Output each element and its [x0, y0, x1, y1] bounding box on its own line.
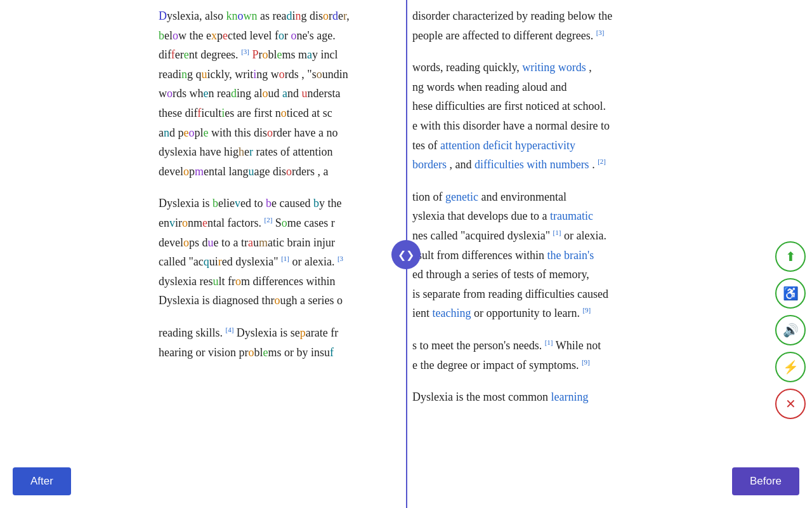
left-p2-text-5: dyslexia result from differences within — [159, 275, 336, 288]
right-paragraph-5: Dyslexia is the most common learning — [412, 387, 774, 407]
right-p2-line2: ng words when reading aloud and — [412, 81, 566, 93]
right-p3-line6: is separate from reading difficulties ca… — [412, 288, 608, 300]
before-button[interactable]: Before — [732, 467, 799, 495]
right-p3-line2: yslexia that develops due to a traumatic — [412, 210, 593, 222]
link-genetic[interactable]: genetic — [445, 190, 478, 203]
after-button[interactable]: After — [13, 467, 71, 495]
ref-9b-right: [9] — [582, 358, 590, 366]
right-p2-line1: words, reading quickly, writing words , — [412, 61, 592, 74]
ref-1-right: [1] — [553, 229, 561, 236]
right-p4-line1: s to meet the person's needs. [1] While … — [412, 339, 601, 352]
left-text-4: reading quickly, writing words , "soundi… — [159, 68, 348, 81]
left-text-content: Dyslexia, also known as reading disorder… — [159, 6, 393, 362]
left-p2-text-6: Dyslexia is diagnosed through a series o — [159, 294, 343, 307]
left-text-7: and people with this disorder have a no — [159, 126, 337, 139]
right-p2-line5: tes of attention deficit hyperactivity — [412, 139, 575, 152]
left-p2-text-4: called "acquired dyslexia" [1] or alexia… — [159, 255, 343, 268]
close-button[interactable]: ✕ — [775, 389, 806, 419]
right-p2-line3: hese difficulties are first noticed at s… — [412, 100, 606, 112]
right-p3-line1: tion of genetic and environmental — [412, 190, 566, 203]
accessibility-icon: ♿ — [783, 286, 799, 301]
left-p2-text-2: environmental factors. [2] Some cases r — [159, 217, 335, 229]
right-paragraph-4: s to meet the person's needs. [1] While … — [412, 336, 774, 375]
letter: D — [159, 10, 167, 22]
ref-2-right: [2] — [598, 157, 606, 165]
right-p3-line7: ient teaching or opportunity to learn. [… — [412, 307, 591, 319]
link-writing-words[interactable]: writing words — [522, 61, 586, 74]
link-traumatic[interactable]: traumatic — [550, 210, 593, 222]
close-icon: ✕ — [785, 396, 796, 411]
left-text-5: words when reading aloud and understa — [159, 87, 340, 100]
ref-1-left: [1] — [281, 255, 289, 262]
left-paragraph-3: reading skills. [4] Dyslexia is separate… — [159, 323, 393, 362]
right-p3-line5: ed through a series of tests of memory, — [412, 268, 589, 281]
left-p2-text-1: Dyslexia is believed to be caused by the — [159, 197, 341, 210]
share-icon: ⬆ — [785, 249, 796, 264]
right-p2-line6: borders , and difficulties with numbers … — [412, 158, 606, 171]
left-text-2: below the expected level for one's age. — [159, 29, 336, 42]
floating-buttons-panel: ⬆ ♿ 🔊 ⚡ ✕ — [775, 241, 806, 419]
right-p2-line4: e with this disorder have a normal desir… — [412, 119, 610, 132]
right-p1-line2: people are affected to different degrees… — [412, 29, 605, 42]
right-p3-line4: esult from differences within the brain'… — [412, 249, 594, 262]
drag-icon: ❮❯ — [398, 249, 414, 261]
lightning-icon: ⚡ — [783, 359, 799, 375]
word-known: known — [226, 10, 257, 22]
link-numbers[interactable]: difficulties with numbers — [475, 158, 589, 171]
link-attention[interactable]: attention deficit hyperactivity — [440, 139, 575, 152]
main-container: Dyslexia, also known as reading disorder… — [0, 0, 812, 508]
link-disorders[interactable]: borders — [412, 158, 447, 171]
ref-3-left: [3] — [241, 48, 249, 55]
left-text-6: these difficulties are first noticed at … — [159, 107, 332, 119]
ref-3-right: [3] — [596, 29, 605, 36]
left-text-3: different degrees. [3] Problems may incl — [159, 48, 338, 61]
share-button[interactable]: ⬆ — [775, 241, 806, 272]
ref-3b-left: [3 — [337, 255, 343, 262]
drag-handle[interactable]: ❮❯ — [391, 240, 421, 269]
ref-1b-right: [1] — [545, 338, 553, 346]
panel-left: Dyslexia, also known as reading disorder… — [0, 0, 406, 508]
audio-icon: 🔊 — [783, 323, 799, 338]
left-p3-text: reading skills. [4] Dyslexia is separate… — [159, 326, 338, 339]
left-p2-text-3: develops due to a traumatic brain injur — [159, 236, 335, 249]
right-paragraph-2: words, reading quickly, writing words , … — [412, 58, 774, 175]
link-brain[interactable]: the brain's — [547, 249, 594, 262]
right-paragraph-1: disorder characterized by reading below … — [412, 6, 774, 45]
left-paragraph-1: Dyslexia, also known as reading disorder… — [159, 6, 393, 181]
audio-button[interactable]: 🔊 — [775, 315, 806, 345]
left-p3-text-2: hearing or vision problems or by insuf — [159, 346, 334, 359]
right-p3-line3: nes called "acquired dyslexia" [1] or al… — [412, 229, 606, 242]
link-learning[interactable]: learning — [551, 391, 588, 403]
ref-4-left: [4] — [226, 326, 234, 333]
right-paragraph-3: tion of genetic and environmental yslexi… — [412, 187, 774, 323]
right-text-content: disorder characterized by reading below … — [412, 6, 774, 407]
accessibility-button[interactable]: ♿ — [775, 278, 806, 309]
ref-2-left: [2] — [264, 216, 272, 224]
left-text-8: dyslexia have higher rates of attention — [159, 145, 332, 158]
lightning-button[interactable]: ⚡ — [775, 352, 806, 382]
ref-9-right: [9] — [582, 306, 591, 314]
link-teaching[interactable]: teaching — [433, 307, 471, 319]
left-paragraph-2: Dyslexia is believed to be caused by the… — [159, 194, 393, 311]
left-text: Dyslexia, also known as reading disorder… — [159, 10, 350, 22]
right-p5-line1: Dyslexia is the most common learning — [412, 391, 588, 403]
right-p1-line1: disorder characterized by reading below … — [412, 10, 612, 22]
panel-right: disorder characterized by reading below … — [406, 0, 812, 508]
left-text-9: developmental language disorders , a — [159, 165, 328, 178]
right-p4-line2: e the degree or impact of symptoms. [9] — [412, 359, 590, 371]
